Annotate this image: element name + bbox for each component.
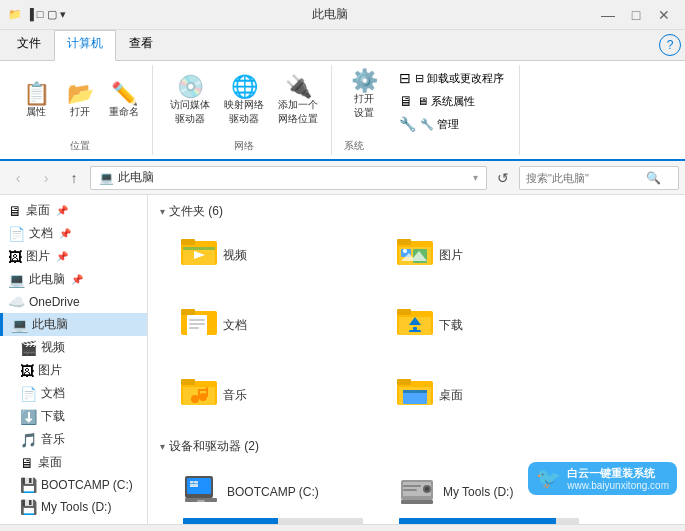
svg-rect-52 (403, 485, 421, 487)
folder-videos[interactable]: 视频 (176, 228, 376, 282)
tab-file[interactable]: 文件 (4, 30, 54, 60)
back-button[interactable]: ‹ (6, 166, 30, 190)
mytools-side-label: My Tools (D:) (41, 500, 111, 514)
folders-section-header[interactable]: ▾ 文件夹 (6) (160, 203, 673, 220)
rename-button[interactable]: ✏️ 重命名 (104, 80, 144, 122)
mytools-drive-name: My Tools (D:) (443, 485, 513, 499)
maximize-button[interactable]: □ (623, 5, 649, 25)
svg-rect-14 (181, 309, 195, 315)
svg-rect-37 (403, 390, 427, 393)
help-button[interactable]: ? (659, 34, 681, 56)
watermark: 🐦 白云一键重装系统 www.baiyunxitong.com (528, 462, 677, 495)
folder-downloads[interactable]: 下载 (392, 298, 592, 352)
folder-pictures[interactable]: 图片 (392, 228, 592, 282)
sidebar-item-documents[interactable]: 📄 文档 (0, 382, 147, 405)
pictures-label: 图片 (38, 362, 62, 379)
close-button[interactable]: ✕ (651, 5, 677, 25)
search-input[interactable] (526, 172, 646, 184)
sidebar-item-bootcamp[interactable]: 💾 BOOTCAMP (C:) (0, 474, 147, 496)
folder-pictures-icon (397, 233, 433, 277)
sidebar-item-desktop-child[interactable]: 🖥 桌面 (0, 451, 147, 474)
address-path[interactable]: 💻 此电脑 ▾ (90, 166, 487, 190)
folder-pictures-label: 图片 (439, 247, 463, 264)
open-settings-button[interactable]: ⚙️ 打开 设置 (344, 67, 384, 123)
path-dropdown-arrow: ▾ (473, 172, 478, 183)
sidebar-item-pictures[interactable]: 🖼 图片 (0, 359, 147, 382)
folder-downloads-icon (397, 303, 433, 347)
sidebar-item-videos[interactable]: 🎬 视频 (0, 336, 147, 359)
sys-properties-icon: 🖥 (399, 93, 413, 109)
folder-videos-icon (181, 233, 217, 277)
refresh-button[interactable]: ↺ (491, 166, 515, 190)
svg-point-29 (199, 393, 207, 401)
map-drive-button[interactable]: 🌐 映射网络 驱动器 (219, 73, 269, 129)
sidebar-item-downloads[interactable]: ⬇️ 下载 (0, 405, 147, 428)
desktop-child-label: 桌面 (38, 454, 62, 471)
folder-desktop[interactable]: 桌面 (392, 368, 592, 422)
sidebar-item-onedrive[interactable]: ☁️ OneDrive (0, 291, 147, 313)
open-button[interactable]: 📂 打开 (60, 80, 100, 122)
sidebar-item-thispc[interactable]: 💻 此电脑 (0, 313, 147, 336)
sidebar-item-docs-qa[interactable]: 📄 文档 📌 (0, 222, 147, 245)
bootcamp-drive-icon (183, 470, 219, 514)
minimize-button[interactable]: — (595, 5, 621, 25)
svg-rect-24 (409, 330, 421, 332)
uninstall-icon: ⊟ (399, 70, 411, 86)
svg-rect-49 (401, 500, 433, 504)
sys-properties-label: 🖥 系统属性 (417, 94, 475, 109)
tab-view[interactable]: 查看 (116, 30, 166, 60)
documents-label: 文档 (41, 385, 65, 402)
svg-rect-32 (198, 389, 208, 391)
title-bar: 📁 ▐ □ ▢ ▾ 此电脑 — □ ✕ (0, 0, 685, 30)
up-button[interactable]: ↑ (62, 166, 86, 190)
add-location-label: 添加一个 网络位置 (278, 98, 318, 126)
folders-chevron: ▾ (160, 206, 165, 217)
folder-music[interactable]: 音乐 (176, 368, 376, 422)
devices-section-header[interactable]: ▾ 设备和驱动器 (2) (160, 438, 673, 455)
mytools-side-icon: 💾 (20, 499, 37, 515)
location-group-items: 📋 属性 📂 打开 ✏️ 重命名 (16, 67, 144, 135)
svg-rect-7 (397, 239, 411, 245)
sidebar-item-music[interactable]: 🎵 音乐 (0, 428, 147, 451)
desktop-child-icon: 🖥 (20, 455, 34, 471)
add-location-button[interactable]: 🔌 添加一个 网络位置 (273, 73, 323, 129)
thispc-qa-icon: 💻 (8, 272, 25, 288)
properties-button[interactable]: 📋 属性 (16, 80, 56, 122)
map-drive-label: 映射网络 驱动器 (224, 98, 264, 126)
onedrive-icon: ☁️ (8, 294, 25, 310)
devices-section-title: 设备和驱动器 (2) (169, 438, 259, 455)
videos-icon: 🎬 (20, 340, 37, 356)
folders-section-title: 文件夹 (6) (169, 203, 223, 220)
folder-desktop-icon (397, 373, 433, 417)
system-group-label: 系统 (344, 135, 364, 153)
location-group-label: 位置 (70, 135, 90, 153)
sidebar-item-desktop-qa[interactable]: 🖥 桌面 📌 (0, 199, 147, 222)
pin-icon-pics: 📌 (56, 251, 68, 262)
tab-computer[interactable]: 计算机 (54, 30, 116, 61)
uninstall-button[interactable]: ⊟ ⊟ 卸载或更改程序 (392, 67, 511, 89)
documents-icon: 📄 (20, 386, 37, 402)
thispc-label: 此电脑 (32, 316, 68, 333)
folder-desktop-label: 桌面 (439, 387, 463, 404)
folder-documents[interactable]: 文档 (176, 298, 376, 352)
pictures-icon: 🖼 (20, 363, 34, 379)
bootcamp-progress-fill (183, 518, 278, 524)
sys-properties-button[interactable]: 🖥 🖥 系统属性 (392, 90, 511, 112)
folder-icon-path: 💻 (99, 171, 114, 185)
watermark-text-container: 白云一键重装系统 www.baiyunxitong.com (567, 466, 669, 491)
downloads-icon: ⬇️ (20, 409, 37, 425)
sidebar-item-thispc-qa[interactable]: 💻 此电脑 📌 (0, 268, 147, 291)
drive-bootcamp[interactable]: BOOTCAMP (C:) 74.7 GB 可用，共 159 GB (176, 463, 376, 524)
svg-rect-41 (197, 500, 205, 502)
sidebar-item-mytools[interactable]: 💾 My Tools (D:) (0, 496, 147, 518)
forward-button[interactable]: › (34, 166, 58, 190)
manage-button[interactable]: 🔧 🔧 管理 (392, 113, 511, 135)
access-media-button[interactable]: 💿 访问媒体 驱动器 (165, 73, 215, 129)
svg-rect-18 (189, 327, 199, 329)
ribbon-group-network: 💿 访问媒体 驱动器 🌐 映射网络 驱动器 🔌 添加一个 网络位置 网络 (157, 65, 332, 155)
title-bar-left: 📁 ▐ □ ▢ ▾ (8, 8, 66, 21)
network-group-items: 💿 访问媒体 驱动器 🌐 映射网络 驱动器 🔌 添加一个 网络位置 (165, 67, 323, 135)
sidebar-item-pics-qa[interactable]: 🖼 图片 📌 (0, 245, 147, 268)
docs-qa-label: 文档 (29, 225, 53, 242)
thispc-qa-label: 此电脑 (29, 271, 65, 288)
